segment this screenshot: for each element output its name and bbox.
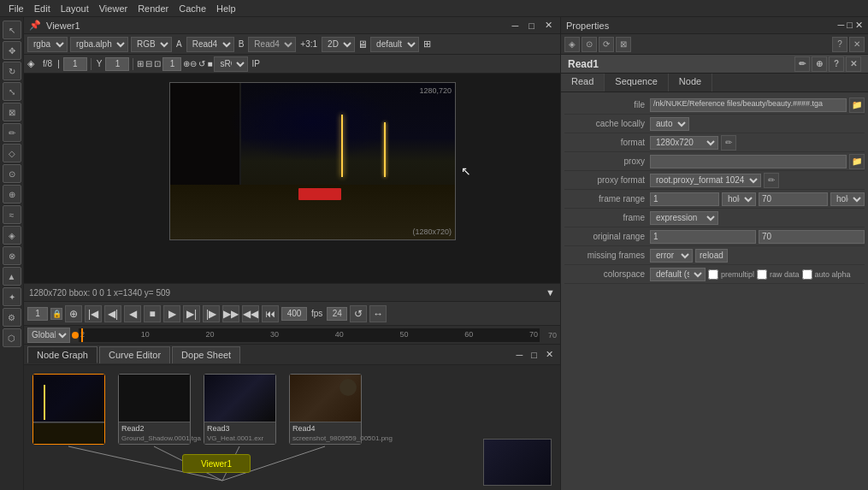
tab-node[interactable]: Node bbox=[669, 74, 712, 92]
node-read1[interactable]: Read1 beauty.0001.tg bbox=[32, 374, 105, 445]
raw-data-check[interactable] bbox=[757, 269, 767, 280]
tool-crop[interactable]: ⊠ bbox=[3, 103, 21, 121]
menu-layout[interactable]: Layout bbox=[56, 2, 94, 15]
status-dropdown-icon[interactable]: ▼ bbox=[546, 287, 555, 298]
viewer-node[interactable]: Viewer1 bbox=[182, 454, 251, 473]
tool-move[interactable]: ✥ bbox=[3, 41, 21, 60]
step-fwd-btn[interactable]: ▶| bbox=[183, 305, 200, 322]
tool-blur[interactable]: ≈ bbox=[3, 205, 21, 224]
node-area-maximize[interactable]: □ bbox=[528, 350, 540, 360]
tab-sequence[interactable]: Sequence bbox=[605, 74, 669, 92]
menu-render[interactable]: Render bbox=[133, 2, 174, 15]
global-select[interactable]: Global bbox=[27, 328, 70, 343]
auto-alpha-check[interactable] bbox=[802, 269, 812, 280]
tab-node-graph[interactable]: Node Graph bbox=[27, 346, 97, 363]
node-canvas[interactable]: Read1 beauty.0001.tg Read2 Ground_Shadow… bbox=[24, 365, 560, 490]
tool-extra[interactable]: ⬡ bbox=[3, 328, 21, 347]
viewer-minimize-icon[interactable]: ─ bbox=[510, 21, 522, 31]
next-frame-step-btn[interactable]: |▶ bbox=[203, 305, 220, 322]
step-back-btn[interactable]: ◀ bbox=[124, 305, 141, 322]
props-minimize-icon[interactable]: ─ bbox=[838, 20, 845, 31]
frame-select[interactable]: expression bbox=[650, 211, 718, 225]
tool-particle[interactable]: ✦ bbox=[3, 287, 21, 306]
end-frame-input[interactable] bbox=[281, 307, 307, 321]
y-input[interactable] bbox=[105, 57, 129, 71]
node-area-minimize[interactable]: ─ bbox=[513, 350, 527, 360]
colorspace-prop-select[interactable]: default (st bbox=[650, 268, 706, 281]
last-frame-btn[interactable]: ▶▶ bbox=[222, 305, 239, 322]
format-edit-btn[interactable]: ✏ bbox=[721, 135, 736, 151]
frame-start-input[interactable] bbox=[650, 192, 719, 206]
props-btn-4[interactable]: ⊠ bbox=[616, 37, 631, 52]
props-btn-1[interactable]: ◈ bbox=[564, 37, 580, 52]
node-edit-icon[interactable]: ✏ bbox=[794, 56, 810, 72]
lut-select[interactable]: default bbox=[370, 37, 419, 52]
cache-select[interactable]: auto on off bbox=[650, 117, 689, 131]
tool-clone[interactable]: ⊕ bbox=[3, 185, 21, 204]
tool-settings[interactable]: ⚙ bbox=[3, 308, 21, 327]
img-icon1[interactable]: ⊞ bbox=[137, 59, 144, 68]
tool-shape[interactable]: ◇ bbox=[3, 144, 21, 162]
zoom-input[interactable] bbox=[162, 57, 181, 71]
proxy-format-select[interactable]: root.proxy_format 1024x776 bbox=[650, 174, 761, 187]
timeline-scale[interactable]: 2 10 20 30 40 50 60 70 bbox=[79, 328, 540, 342]
tool-paint[interactable]: ✏ bbox=[3, 123, 21, 142]
viewer-close-icon[interactable]: ✕ bbox=[542, 20, 555, 31]
menu-file[interactable]: File bbox=[3, 2, 29, 15]
menu-viewer[interactable]: Viewer bbox=[94, 2, 133, 15]
bounce-toggle[interactable]: ↔ bbox=[369, 305, 387, 322]
alpha-select[interactable]: rgba.alph bbox=[70, 37, 128, 52]
orig-start-input[interactable] bbox=[650, 230, 756, 244]
props-btn-2[interactable]: ⊙ bbox=[582, 37, 597, 52]
node-copy-icon[interactable]: ⊕ bbox=[812, 56, 827, 72]
tool-roto[interactable]: ⊙ bbox=[3, 164, 21, 183]
tool-rotate[interactable]: ↻ bbox=[3, 62, 21, 80]
tool-scale[interactable]: ⤡ bbox=[3, 82, 21, 101]
viewer-grid-icon[interactable]: ⊞ bbox=[422, 38, 433, 50]
colorspace-select-2[interactable]: sRGB bbox=[214, 56, 248, 72]
file-browse-btn[interactable]: 📁 bbox=[849, 97, 865, 113]
play-back2-btn[interactable]: ⏮ bbox=[262, 305, 279, 322]
play-fwd-btn[interactable]: ▶ bbox=[163, 305, 180, 322]
viewer-maximize-icon[interactable]: □ bbox=[526, 21, 537, 31]
reload-btn[interactable]: reload bbox=[695, 249, 728, 263]
proxy-format-edit-btn[interactable]: ✏ bbox=[764, 173, 779, 188]
frame-input[interactable] bbox=[63, 57, 87, 71]
img-icon3[interactable]: ⊡ bbox=[154, 59, 161, 68]
tool-color[interactable]: ◈ bbox=[3, 226, 21, 245]
pause-btn[interactable]: ■ bbox=[144, 305, 161, 322]
node-close-icon[interactable]: ✕ bbox=[846, 56, 861, 72]
pause-icon[interactable]: ■ bbox=[207, 59, 212, 68]
tab-curve-editor[interactable]: Curve Editor bbox=[99, 346, 170, 363]
node-read3[interactable]: Read3 VG_Heat.0001.exr bbox=[204, 374, 276, 445]
input-b-select[interactable]: Read4 bbox=[248, 37, 296, 52]
mode-select[interactable]: 2D bbox=[322, 37, 355, 52]
premultiplied-check[interactable] bbox=[708, 269, 718, 280]
tab-read[interactable]: Read bbox=[561, 74, 605, 92]
proxy-input[interactable] bbox=[650, 155, 847, 168]
playback-menu-btn[interactable]: ⊕ bbox=[65, 305, 82, 322]
tool-merge[interactable]: ⊗ bbox=[3, 246, 21, 265]
play-back-btn[interactable]: ◀◀ bbox=[242, 305, 259, 322]
hold-start-select[interactable]: hold bbox=[722, 192, 756, 206]
missing-select[interactable]: error bbox=[650, 249, 693, 263]
frame-end-input[interactable] bbox=[759, 192, 828, 206]
first-frame-btn[interactable]: |◀ bbox=[85, 305, 102, 322]
node-help-icon[interactable]: ? bbox=[829, 56, 844, 72]
node-read2[interactable]: Read2 Ground_Shadow.0001.tga bbox=[118, 374, 191, 445]
node-area-close[interactable]: ✕ bbox=[542, 349, 557, 360]
tab-dope-sheet[interactable]: Dope Sheet bbox=[172, 346, 240, 363]
props-maximize-icon[interactable]: □ bbox=[847, 20, 853, 31]
menu-edit[interactable]: Edit bbox=[29, 2, 56, 15]
input-a-select[interactable]: Read4 bbox=[186, 37, 234, 52]
menu-cache[interactable]: Cache bbox=[174, 2, 211, 15]
start-frame-input[interactable] bbox=[27, 307, 48, 321]
props-close-icon[interactable]: ✕ bbox=[855, 20, 863, 31]
loop-icon[interactable]: ↺ bbox=[198, 59, 205, 68]
tool-3d[interactable]: ▲ bbox=[3, 267, 21, 286]
props-close-btn[interactable]: ✕ bbox=[849, 37, 865, 52]
format-select[interactable]: 1280x720 bbox=[650, 136, 718, 150]
channel-select[interactable]: rgba bbox=[27, 37, 68, 52]
props-help-btn[interactable]: ? bbox=[832, 37, 847, 52]
orig-end-input[interactable] bbox=[759, 230, 865, 244]
